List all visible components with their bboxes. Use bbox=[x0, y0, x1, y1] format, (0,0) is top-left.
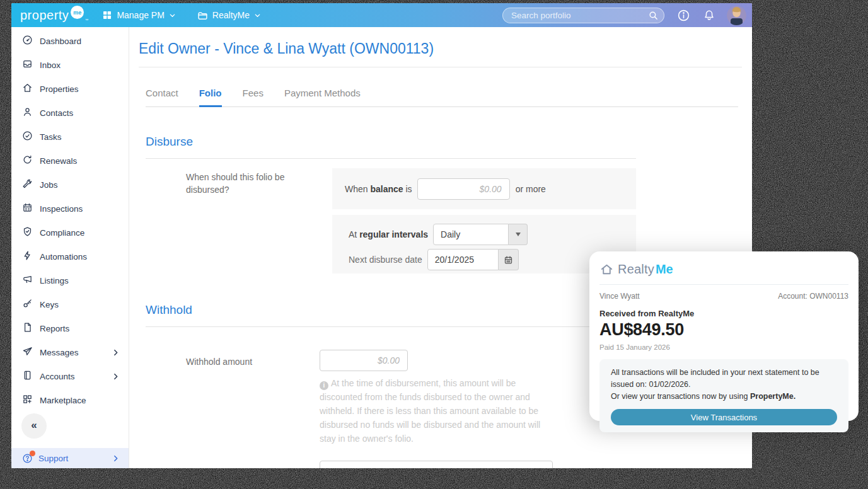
sidebar-item-label: Listings bbox=[40, 276, 69, 285]
sidebar-item-label: Contacts bbox=[40, 108, 73, 118]
sidebar-item-label: Properties bbox=[40, 84, 79, 94]
paid-date: Paid 15 January 2026 bbox=[599, 343, 848, 351]
sidebar-item-keys[interactable]: Keys bbox=[11, 292, 129, 316]
regular-intervals-label: At regular intervals bbox=[349, 229, 428, 239]
sidebar-item-automations[interactable]: Automations bbox=[11, 244, 129, 268]
interval-select[interactable]: Daily bbox=[433, 224, 509, 245]
info-icon[interactable] bbox=[677, 9, 690, 22]
lightning-icon bbox=[22, 250, 33, 263]
tab-payment-methods[interactable]: Payment Methods bbox=[284, 88, 361, 106]
sidebar-item-listings[interactable]: Listings bbox=[11, 268, 129, 292]
tab-fees[interactable]: Fees bbox=[243, 88, 263, 106]
sidebar-item-label: Keys bbox=[40, 300, 59, 309]
withhold-amount-label: Withhold amount bbox=[186, 350, 320, 446]
manage-pm-label: Manage PM bbox=[117, 10, 164, 20]
received-from-label: Received from RealtyMe bbox=[599, 309, 848, 318]
grid-icon bbox=[102, 10, 112, 20]
propertyme-logo[interactable]: property me ™ bbox=[20, 7, 88, 23]
caret-down-icon bbox=[516, 233, 521, 236]
sidebar-item-label: Jobs bbox=[40, 180, 58, 190]
manage-pm-menu[interactable]: Manage PM bbox=[102, 10, 175, 20]
sidebar-item-inbox[interactable]: Inbox bbox=[11, 53, 129, 77]
sidebar-item-label: Tasks bbox=[40, 132, 62, 142]
sidebar-item-contacts[interactable]: Contacts bbox=[11, 101, 129, 125]
portfolio-menu[interactable]: RealtyMe bbox=[197, 10, 261, 21]
home-icon bbox=[22, 83, 33, 95]
sidebar-item-label: Marketplace bbox=[40, 396, 86, 405]
sidebar-item-label: Inspections bbox=[40, 204, 83, 214]
balance-amount-input[interactable] bbox=[417, 178, 510, 200]
realtyme-logo: Realty Me bbox=[599, 262, 848, 277]
disburse-section: Disburse When should this folio be disbu… bbox=[146, 135, 636, 468]
megaphone-icon bbox=[22, 274, 33, 287]
sidebar-item-label: Messages bbox=[40, 348, 79, 357]
send-icon bbox=[22, 346, 33, 359]
sidebar-item-accounts[interactable]: Accounts bbox=[11, 364, 129, 388]
tab-bar: Contact Folio Fees Payment Methods bbox=[146, 88, 738, 107]
document-icon bbox=[22, 322, 33, 335]
interval-select-caret-button[interactable] bbox=[509, 224, 528, 245]
sidebar-item-dashboard[interactable]: Dashboard bbox=[11, 29, 129, 53]
sidebar-item-properties[interactable]: Properties bbox=[11, 77, 129, 101]
info-icon bbox=[320, 381, 328, 390]
date-picker-button[interactable] bbox=[499, 249, 519, 270]
balance-condition-panel: When balance is or more bbox=[332, 168, 636, 209]
tab-contact[interactable]: Contact bbox=[146, 88, 178, 106]
marketplace-grid-icon bbox=[22, 394, 33, 406]
card-meta-row: Vince Wyatt Account: OWN00113 bbox=[599, 292, 848, 301]
sidebar-item-support[interactable]: Support bbox=[11, 448, 129, 468]
search-icon[interactable] bbox=[648, 10, 659, 21]
sidebar-item-inspections[interactable]: Inspections bbox=[11, 197, 129, 221]
sidebar-item-messages[interactable]: Messages bbox=[11, 340, 129, 364]
wrench-icon bbox=[22, 178, 33, 191]
sidebar-item-label: Compliance bbox=[40, 228, 84, 238]
disburse-divider bbox=[146, 158, 636, 159]
sidebar-item-renewals[interactable]: Renewals bbox=[11, 149, 129, 173]
user-avatar[interactable] bbox=[727, 6, 746, 25]
withhold-help-text: At the time of disbursement, this amount… bbox=[320, 376, 558, 446]
logo-me-badge: me bbox=[71, 6, 84, 19]
disburse-heading: Disburse bbox=[146, 135, 636, 149]
logo-trademark: ™ bbox=[84, 18, 88, 22]
refresh-icon bbox=[22, 154, 33, 167]
chevron-down-icon bbox=[169, 12, 176, 19]
withhold-divider bbox=[146, 326, 636, 327]
top-bar: property me ™ Manage PM RealtyMe bbox=[11, 3, 752, 27]
sidebar-item-tasks[interactable]: Tasks bbox=[11, 125, 129, 149]
withhold-heading: Withhold bbox=[146, 303, 636, 317]
person-icon bbox=[22, 106, 33, 119]
key-icon bbox=[22, 298, 33, 311]
sidebar-item-label: Inbox bbox=[40, 60, 61, 70]
next-disburse-date-label: Next disburse date bbox=[349, 255, 422, 265]
next-disburse-date-input[interactable] bbox=[427, 249, 499, 270]
title-divider bbox=[139, 67, 742, 67]
sidebar-item-compliance[interactable]: Compliance bbox=[11, 221, 129, 244]
withhold-reason-input[interactable] bbox=[320, 461, 553, 468]
support-notification-dot bbox=[30, 451, 35, 456]
sidebar-item-label: Accounts bbox=[40, 372, 75, 381]
tab-folio[interactable]: Folio bbox=[199, 88, 222, 107]
calendar-icon bbox=[504, 255, 513, 265]
account-number: Account: OWN00113 bbox=[778, 292, 848, 301]
portfolio-label: RealtyMe bbox=[212, 10, 250, 20]
inbox-icon bbox=[22, 59, 33, 71]
sidebar-item-marketplace[interactable]: Marketplace bbox=[11, 388, 129, 412]
view-transactions-button[interactable]: View Transactions bbox=[611, 409, 837, 425]
statement-notice-box: All transactions will be included in you… bbox=[599, 359, 848, 432]
ledger-icon bbox=[22, 370, 33, 383]
check-circle-icon bbox=[22, 130, 33, 143]
or-more-label: or more bbox=[516, 184, 546, 194]
withhold-reason-label: Withhold reason bbox=[186, 461, 320, 468]
sidebar-item-jobs[interactable]: Jobs bbox=[11, 173, 129, 197]
sidebar-item-reports[interactable]: Reports bbox=[11, 316, 129, 340]
withhold-amount-input[interactable] bbox=[320, 350, 408, 371]
brand-realty-text: Realty bbox=[618, 262, 654, 277]
sidebar-item-label: Automations bbox=[40, 252, 87, 262]
sidebar-collapse-button[interactable] bbox=[21, 413, 47, 439]
notifications-bell-icon[interactable] bbox=[703, 9, 715, 21]
sidebar-item-label: Dashboard bbox=[40, 37, 81, 46]
chevron-right-icon bbox=[112, 348, 120, 357]
support-label: Support bbox=[38, 454, 68, 463]
search-input[interactable] bbox=[511, 11, 648, 20]
chevron-right-icon bbox=[112, 372, 120, 381]
